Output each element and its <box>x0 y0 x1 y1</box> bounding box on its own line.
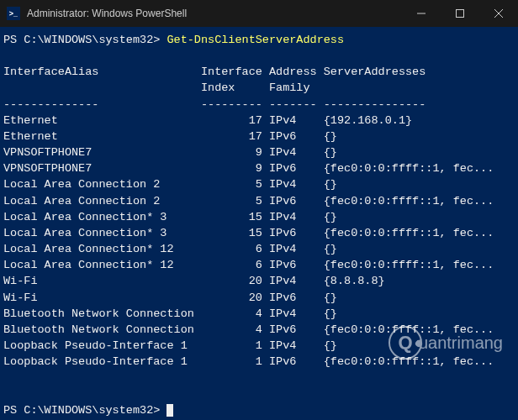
column-headers-2: Index Family <box>3 81 324 94</box>
prompt: PS C:\WINDOWS\system32> <box>3 34 166 46</box>
table-row: Bluetooth Network Connection 4 IPv6 {fec… <box>3 323 494 336</box>
maximize-icon <box>456 9 464 18</box>
prompt: PS C:\WINDOWS\system32> <box>3 404 166 417</box>
table-row: Ethernet 17 IPv6 {} <box>3 130 337 143</box>
table-row: VPNSOFTPHONE7 9 IPv4 {} <box>3 146 337 159</box>
window-controls <box>402 0 518 27</box>
column-headers: InterfaceAlias Interface Address ServerA… <box>3 66 426 78</box>
table-row: Wi-Fi 20 IPv4 {8.8.8.8} <box>3 275 385 287</box>
powershell-icon: >_ <box>7 7 20 20</box>
table-row: Ethernet 17 IPv4 {192.168.0.1} <box>3 114 412 127</box>
table-row: Local Area Connection* 12 6 IPv6 {fec0:0… <box>3 259 494 271</box>
svg-rect-1 <box>457 10 464 18</box>
titlebar[interactable]: >_ Administrator: Windows PowerShell <box>0 0 518 27</box>
command-text: Get-DnsClientServerAddress <box>166 34 344 46</box>
table-row: Loopback Pseudo-Interface 1 1 IPv6 {fec0… <box>3 355 494 368</box>
table-row: Loopback Pseudo-Interface 1 1 IPv4 {} <box>3 339 337 352</box>
table-row: Wi-Fi 20 IPv6 {} <box>3 291 337 304</box>
table-row: Local Area Connection* 12 6 IPv4 {} <box>3 243 337 255</box>
header-separator: -------------- --------- ------- -------… <box>3 98 426 111</box>
table-row: VPNSOFTPHONE7 9 IPv6 {fec0:0:0:ffff::1, … <box>3 162 494 175</box>
table-row: Local Area Connection 2 5 IPv4 {} <box>3 178 337 191</box>
table-row: Bluetooth Network Connection 4 IPv4 {} <box>3 307 337 320</box>
terminal-output[interactable]: PS C:\WINDOWS\system32> Get-DnsClientSer… <box>0 27 518 420</box>
minimize-button[interactable] <box>402 0 441 27</box>
table-row: Local Area Connection 2 5 IPv6 {fec0:0:0… <box>3 195 494 207</box>
table-row: Local Area Connection* 3 15 IPv4 {} <box>3 211 337 223</box>
maximize-button[interactable] <box>441 0 479 27</box>
window-title: Administrator: Windows PowerShell <box>27 8 402 19</box>
close-button[interactable] <box>479 0 518 27</box>
table-row: Local Area Connection* 3 15 IPv6 {fec0:0… <box>3 227 494 239</box>
powershell-window: >_ Administrator: Windows PowerShell PS … <box>0 0 518 420</box>
close-icon <box>494 9 503 18</box>
cursor <box>166 404 173 417</box>
minimize-icon <box>417 9 426 18</box>
